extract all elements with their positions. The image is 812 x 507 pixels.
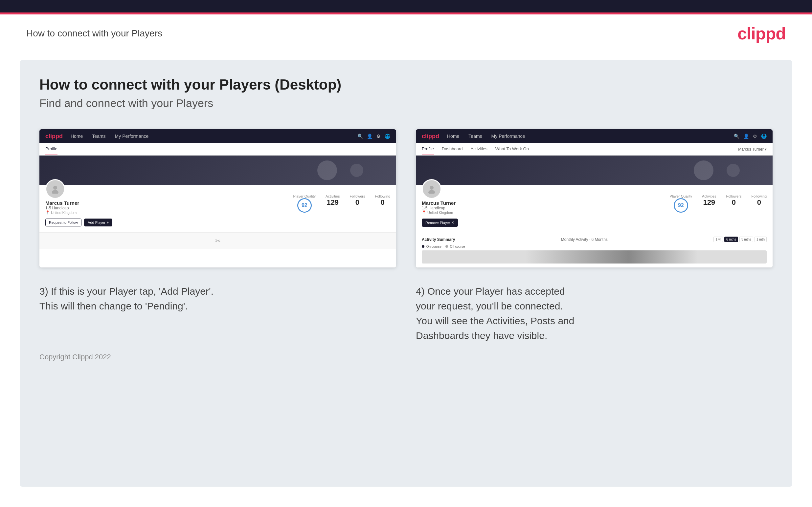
player-name-1: Marcus Turner [45, 200, 287, 206]
app-nav-1: clippd Home Teams My Performance 🔍 👤 ⚙ 🌐 [39, 129, 396, 143]
location-icon-2: 📍 [422, 210, 426, 215]
action-buttons-2: Remove Player ✕ [422, 219, 663, 227]
stats-row-1: Player Quality 92 Activities 129 Followe… [293, 194, 390, 213]
tab-whattowork-2[interactable]: What To Work On [495, 143, 529, 155]
caption-2-line1: 4) Once your Player has accepted [416, 284, 773, 299]
banner-circle2-1 [350, 164, 363, 177]
divider [26, 50, 786, 50]
captions-row: 3) If this is your Player tap, 'Add Play… [39, 284, 773, 343]
tab-dashboard-2[interactable]: Dashboard [442, 143, 463, 155]
avatar-2 [422, 179, 442, 199]
app-logo-2: clippd [422, 133, 439, 140]
followers-label-1: Followers [350, 194, 365, 198]
activities-block-2: Activities 129 [702, 194, 716, 213]
svg-point-0 [53, 186, 57, 190]
activity-header-2: Activity Summary Monthly Activity · 6 Mo… [422, 237, 767, 242]
chart-placeholder [422, 250, 767, 264]
tab-profile-2[interactable]: Profile [422, 143, 434, 155]
top-bar [0, 0, 812, 12]
globe-icon-2[interactable]: 🌐 [761, 133, 767, 139]
nav-teams-1: Teams [91, 133, 107, 139]
player-handicap-1: 1-5 Handicap [45, 206, 287, 210]
activity-period-2: Monthly Activity · 6 Months [561, 237, 608, 242]
banner-circle1-1 [317, 161, 337, 180]
location-icon-1: 📍 [45, 210, 50, 215]
oncourse-dot [422, 245, 424, 248]
profile-banner-1 [39, 156, 396, 185]
activity-section-2: Activity Summary Monthly Activity · 6 Mo… [416, 233, 773, 268]
search-icon-1[interactable]: 🔍 [357, 133, 363, 139]
caption-1: 3) If this is your Player tap, 'Add Play… [39, 284, 396, 343]
stats-row-2: Player Quality 92 Activities 129 Followe… [670, 194, 767, 213]
settings-icon-2[interactable]: ⚙ [753, 133, 757, 139]
user-icon-1[interactable]: 👤 [367, 133, 372, 139]
following-value-2: 0 [752, 198, 767, 207]
screenshots-row: clippd Home Teams My Performance 🔍 👤 ⚙ 🌐… [39, 129, 773, 268]
profile-stats-section-2: Marcus Turner 1-5 Handicap 📍 United King… [422, 189, 767, 227]
tab-activities-2[interactable]: Activities [470, 143, 487, 155]
screenshot-2: clippd Home Teams My Performance 🔍 👤 ⚙ 🌐… [416, 129, 773, 268]
globe-icon-1[interactable]: 🌐 [385, 133, 390, 139]
profile-left-2: Marcus Turner 1-5 Handicap 📍 United King… [422, 189, 663, 227]
app-nav-2: clippd Home Teams My Performance 🔍 👤 ⚙ 🌐 [416, 129, 773, 143]
scissors-icon: ✂ [215, 237, 221, 245]
followers-value-1: 0 [350, 198, 365, 207]
follow-button-1[interactable]: Request to Follow [45, 219, 82, 226]
settings-icon-1[interactable]: ⚙ [376, 133, 381, 139]
legend-2: On course Off course [422, 245, 767, 248]
player-location-1: 📍 United Kingdom [45, 210, 287, 215]
quality-label-2: Player Quality [670, 194, 692, 198]
section-subheading: Find and connect with your Players [39, 97, 773, 110]
followers-label-2: Followers [726, 194, 742, 198]
player-location-2: 📍 United Kingdom [422, 210, 663, 215]
period-6mths[interactable]: 6 mths [724, 237, 738, 242]
following-block-2: Following 0 [752, 194, 767, 213]
period-1yr[interactable]: 1 yr [713, 237, 723, 242]
caption-2-line2: your request, you'll be connected. [416, 299, 773, 314]
nav-performance-1: My Performance [114, 133, 150, 139]
followers-value-2: 0 [726, 198, 742, 207]
profile-banner-2 [416, 156, 773, 185]
offcourse-dot [445, 245, 448, 248]
quality-circle-1: 92 [297, 198, 312, 213]
activity-title-2: Activity Summary [422, 237, 455, 242]
logo: clippd [738, 23, 786, 43]
following-label-2: Following [752, 194, 767, 198]
offcourse-legend: Off course [445, 245, 465, 248]
quality-block-2: Player Quality 92 [670, 194, 692, 213]
player-handicap-2: 1-5 Handicap [422, 206, 663, 210]
svg-point-2 [429, 186, 434, 190]
caption-1-line1: 3) If this is your Player tap, 'Add Play… [39, 284, 396, 299]
activities-value-2: 129 [702, 198, 716, 207]
banner-circle1-2 [694, 161, 713, 180]
following-value-1: 0 [375, 198, 390, 207]
screenshot-footer-1: ✂ [39, 232, 396, 249]
user-icon-2[interactable]: 👤 [743, 133, 749, 139]
tab-profile-1[interactable]: Profile [45, 143, 57, 155]
quality-circle-2: 92 [674, 198, 688, 213]
period-btns-2: 1 yr 6 mths 3 mths 1 mth [713, 237, 767, 242]
app-logo-1: clippd [45, 133, 63, 140]
following-block-1: Following 0 [375, 194, 390, 213]
user-label-2: Marcus Turner ▾ [738, 147, 767, 152]
profile-info-2: Marcus Turner 1-5 Handicap 📍 United King… [416, 185, 773, 233]
period-1mth[interactable]: 1 mth [755, 237, 767, 242]
quality-block-1: Player Quality 92 [293, 194, 316, 213]
screenshot-1: clippd Home Teams My Performance 🔍 👤 ⚙ 🌐… [39, 129, 396, 268]
activities-label-1: Activities [325, 194, 340, 198]
period-3mths[interactable]: 3 mths [740, 237, 753, 242]
main-content: How to connect with your Players (Deskto… [20, 60, 792, 487]
remove-player-button[interactable]: Remove Player ✕ [422, 219, 458, 227]
quality-label-1: Player Quality [293, 194, 316, 198]
nav-teams-2: Teams [467, 133, 483, 139]
search-icon-2[interactable]: 🔍 [734, 133, 740, 139]
page-header: How to connect with your Players clippd [0, 14, 812, 50]
add-player-button-1[interactable]: Add Player + [84, 219, 112, 226]
svg-point-3 [428, 190, 435, 193]
remove-x-icon: ✕ [451, 221, 454, 225]
nav-icons-2: 🔍 👤 ⚙ 🌐 [734, 133, 767, 139]
followers-block-1: Followers 0 [350, 194, 365, 213]
activities-value-1: 129 [325, 198, 340, 207]
activities-block-1: Activities 129 [325, 194, 340, 213]
avatar-row-1 [45, 189, 287, 199]
